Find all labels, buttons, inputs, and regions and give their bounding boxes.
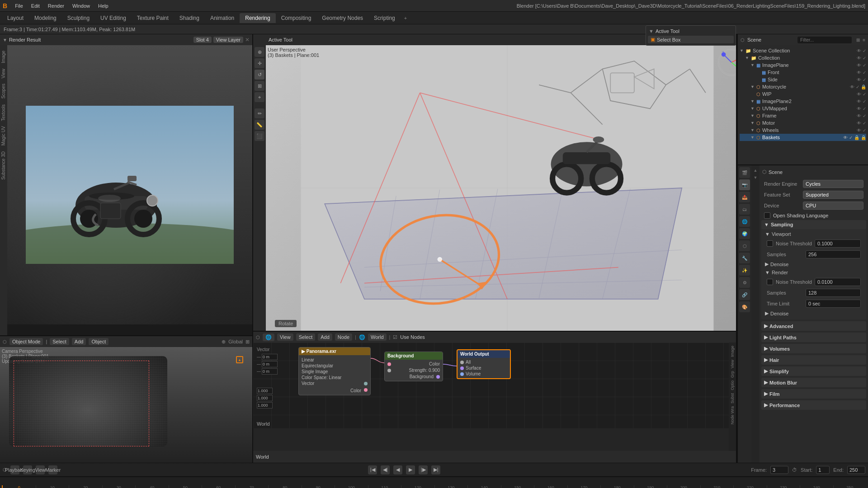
tmark-50[interactable]: 50 [169, 485, 202, 488]
outliner-collection[interactable]: ▼ 📁 Collection 👁✓ [740, 54, 866, 61]
tmark-170[interactable]: 170 [567, 485, 601, 488]
vec-x-input[interactable] [262, 354, 278, 360]
tmark-220[interactable]: 220 [733, 485, 767, 488]
view-tab[interactable]: View [0, 67, 7, 80]
samples-r-value[interactable]: 128 [806, 289, 861, 297]
background-output-dot[interactable] [436, 375, 440, 379]
menu-window[interactable]: Window [69, 2, 93, 9]
tmark-30[interactable]: 30 [102, 485, 136, 488]
outliner-uvmapped[interactable]: ▼ ⬡ UVMapped 👁✓ [740, 105, 866, 112]
tmark-0[interactable]: 0 [2, 485, 36, 488]
3d-scene[interactable]: User Perspective (3) Baskets | Plane:001 [266, 45, 736, 331]
time-limit-value[interactable]: 0 sec [806, 300, 861, 308]
tmark-40[interactable]: 40 [135, 485, 169, 488]
tmark-70[interactable]: 70 [235, 485, 269, 488]
view-menu[interactable]: View [36, 465, 45, 474]
outliner-motorcycle[interactable]: ▼ ⬡ Motorcycle 👁✓🔒 [740, 83, 866, 90]
outliner-search[interactable] [797, 37, 852, 43]
ne-select-btn[interactable]: Select [296, 333, 316, 341]
ne-node-btn[interactable]: Node [335, 333, 352, 341]
ne-world-select[interactable]: World [368, 333, 387, 341]
active-tool-header[interactable]: ▼ Active Tool [648, 28, 734, 35]
tmark-90[interactable]: 90 [302, 485, 335, 488]
menu-render[interactable]: Render [45, 2, 67, 9]
select-box-btn[interactable]: ▣ Select Box [648, 36, 734, 43]
ne-subst-tab[interactable]: Subst [730, 392, 735, 405]
ne-optio-tab[interactable]: Optio [730, 379, 735, 392]
volume-input-dot[interactable] [460, 372, 464, 376]
gizmo-circle[interactable]: X Y Z [718, 49, 736, 76]
vec-y-input[interactable] [262, 361, 278, 367]
outliner-scene-collection[interactable]: ▼ 📁 Scene Collection 👁✓ [740, 47, 866, 54]
tab-rendering[interactable]: Rendering [240, 13, 275, 23]
surface-input-dot[interactable] [460, 366, 464, 370]
tmark-210[interactable]: 210 [700, 485, 734, 488]
film-header[interactable]: ▶ Film [761, 389, 866, 399]
props-modifier-tab[interactable]: 🔧 [739, 253, 750, 263]
scale-z-input[interactable] [257, 402, 273, 408]
denoise-viewport-header[interactable]: ▶ Denoise [764, 260, 863, 268]
next-frame-btn[interactable]: |▶ [419, 465, 428, 474]
ne-view-btn[interactable]: View [277, 333, 293, 341]
tmark-140[interactable]: 140 [467, 485, 501, 488]
navigation-gizmo[interactable]: X Y Z [718, 49, 736, 76]
scale-x-input[interactable] [257, 388, 273, 394]
tab-modeling[interactable]: Modeling [29, 13, 62, 23]
props-scene-props-tab[interactable]: 🌐 [739, 216, 750, 227]
outliner-imageplane[interactable]: ▼ ▦ ImagePlane 👁✓ [740, 61, 866, 69]
scopes-tab[interactable]: Scopes [0, 82, 7, 100]
vector-output-dot[interactable] [364, 382, 368, 385]
tab-scripting[interactable]: Scripting [368, 13, 401, 23]
outliner-imageplane2[interactable]: ▼ ▦ ImagePlane2 👁✓ [740, 98, 866, 105]
playback-menu[interactable]: Playback [10, 465, 19, 474]
tmark-160[interactable]: 160 [534, 485, 567, 488]
node-background[interactable]: Background Color Strength: 0.900 [384, 352, 443, 381]
tab-compositing[interactable]: Compositing [276, 13, 317, 23]
tmark-240[interactable]: 240 [800, 485, 833, 488]
props-scene-tab[interactable]: 🎬 [739, 167, 750, 178]
object-mode-btn[interactable]: Object Mode [9, 338, 43, 345]
denoise-render-header[interactable]: ▶ Denoise [764, 309, 863, 318]
light-paths-header[interactable]: ▶ Light Paths [761, 333, 866, 342]
props-constraints-tab[interactable]: 🔗 [739, 289, 750, 300]
tmark-130[interactable]: 130 [434, 485, 468, 488]
props-particles-tab[interactable]: ✨ [739, 265, 750, 276]
move-tool[interactable]: ✛ [255, 58, 264, 68]
menu-help[interactable]: Help [95, 2, 112, 9]
feature-set-value[interactable]: Supported [803, 191, 863, 199]
rotate-tool active[interactable]: ↺ [255, 70, 264, 80]
ne-image-tab[interactable]: Image [730, 344, 735, 358]
tmark-80[interactable]: 80 [268, 485, 302, 488]
tab-layout[interactable]: Layout [2, 13, 29, 23]
device-value[interactable]: CPU [803, 202, 863, 210]
simplify-header[interactable]: ▶ Simplify [761, 366, 866, 376]
add-menu-btn[interactable]: Object [89, 338, 108, 345]
skip-start-btn[interactable]: |◀ [368, 465, 377, 474]
timeline-ruler[interactable]: 0 10 20 30 40 50 60 70 80 90 100 110 120… [0, 477, 868, 488]
ne-add-btn[interactable]: Add [318, 333, 332, 341]
performance-header[interactable]: ▶ Performance [761, 400, 866, 410]
tab-uv-editing[interactable]: UV Editing [95, 13, 132, 23]
volumes-header[interactable]: ▶ Volumes [761, 344, 866, 353]
skip-end-btn[interactable]: ▶| [431, 465, 440, 474]
slot-button[interactable]: Slot 4 [193, 37, 212, 43]
ne-nodewra-tab[interactable]: Node Wra [730, 405, 735, 426]
tmark-20[interactable]: 20 [69, 485, 102, 488]
use-nodes-check[interactable]: ☑ [393, 334, 397, 340]
outliner-front[interactable]: ▼ ▦ Front 👁✓ [740, 69, 866, 76]
menu-edit[interactable]: Edit [28, 2, 43, 9]
props-material-tab[interactable]: 🎨 [739, 301, 750, 312]
noise-thresh-r-check[interactable] [767, 279, 773, 285]
tab-geometry-nodes[interactable]: Geometry Nodes [316, 13, 368, 23]
menu-file[interactable]: File [12, 2, 26, 9]
tmark-190[interactable]: 190 [634, 485, 667, 488]
props-object-tab[interactable]: ⬡ [739, 240, 750, 251]
motion-blur-header[interactable]: ▶ Motion Blur [761, 378, 866, 387]
color-input-dot[interactable] [387, 362, 391, 366]
view-layer-button[interactable]: View Layer [213, 37, 243, 43]
strength-input-dot[interactable] [387, 369, 391, 372]
tab-shading[interactable]: Shading [174, 13, 205, 23]
tmark-10[interactable]: 10 [36, 485, 69, 488]
ne-view-tab[interactable]: View [730, 358, 735, 370]
props-output-tab[interactable]: 📤 [739, 192, 750, 202]
